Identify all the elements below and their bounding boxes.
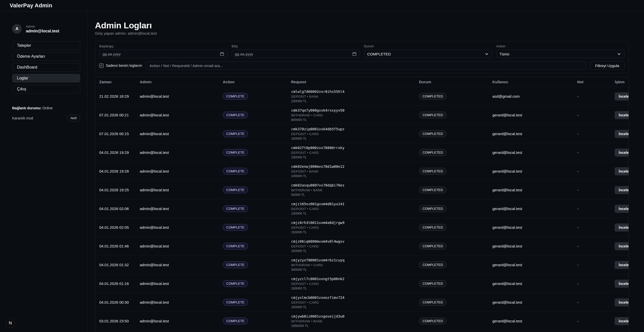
calendar-icon[interactable] <box>352 52 357 56</box>
table-row: 04.01.2026 01:46 admin@local.test COMPLE… <box>95 237 629 255</box>
incele-button[interactable]: İncele <box>615 92 629 100</box>
incele-button[interactable]: İncele <box>615 223 629 232</box>
request-meta: DEPOSIT • CARD <box>291 282 419 286</box>
start-date-value: gg.aa.yyyy <box>103 52 220 56</box>
column-header-not: Not <box>577 80 615 84</box>
incele-button[interactable]: İncele <box>615 242 629 250</box>
sidebar-item-dashboard[interactable]: DashBoard <box>12 63 80 72</box>
action-select[interactable]: Tümü <box>496 50 625 58</box>
action-badge: COMPLETE <box>223 299 248 306</box>
table-row: 07.01.2026 00:15 admin@local.test COMPLE… <box>95 124 629 143</box>
sidebar-item-loglar[interactable]: Loglar <box>12 74 80 82</box>
calendar-icon[interactable] <box>220 52 224 56</box>
row-user: gerard@local.test <box>492 113 577 117</box>
request-amount: 150000 TL <box>291 286 419 290</box>
row-time: 04.01.2026 01:16 <box>99 281 140 286</box>
table-row: 04.01.2026 01:32 admin@local.test COMPLE… <box>95 255 629 274</box>
status-badge: COMPLETED <box>419 130 447 137</box>
request-meta: WITHDRAW • BANK <box>291 319 419 323</box>
filter-field-end: Bitiş gg.aa.yyyy <box>232 44 360 58</box>
action-badge: COMPLETE <box>223 243 248 250</box>
row-note: - <box>577 206 615 211</box>
row-admin: admin@local.test <box>140 319 223 323</box>
request-amount: 150000 TL <box>291 212 419 215</box>
row-admin: admin@local.test <box>140 281 223 286</box>
table-row: 07.01.2026 00:21 admin@local.test COMPLE… <box>95 106 629 124</box>
sidebar-item--k-[interactable]: Çıkış <box>12 85 80 93</box>
table-row: 04.01.2026 02:06 admin@local.test COMPLE… <box>95 199 629 218</box>
only-mine-checkbox[interactable] <box>99 64 104 68</box>
incele-button[interactable]: İncele <box>615 149 629 157</box>
filter-field-status: Durum COMPLETED <box>364 44 492 58</box>
request-meta: WITHDRAW • CARD <box>291 113 419 117</box>
request-amount: 1550000 TL <box>291 324 419 328</box>
sidebar-item--deme-ayarlar-[interactable]: Ödeme Ayarları <box>12 52 80 61</box>
sidebar-item-talepler[interactable]: Talepler <box>12 41 80 50</box>
status-badge: COMPLETED <box>419 318 447 324</box>
row-time: 04.01.2026 19:25 <box>99 188 140 192</box>
profile-role: Admin <box>26 25 59 28</box>
row-note: - <box>577 263 615 267</box>
action-select-value: Tümü <box>499 52 617 56</box>
dark-mode-toggle-button[interactable]: Aktif <box>67 115 80 121</box>
row-note: - <box>577 94 615 98</box>
row-user: gerard@local.test <box>492 150 577 155</box>
status-badge: COMPLETED <box>419 186 447 193</box>
row-user: gerard@local.test <box>492 281 577 286</box>
status-badge: COMPLETED <box>419 149 447 156</box>
column-header-request: Request <box>291 80 419 84</box>
status-badge: COMPLETED <box>419 205 447 212</box>
row-user: gerard@local.test <box>492 263 577 267</box>
action-badge: COMPLETE <box>223 224 248 231</box>
status-select[interactable]: COMPLETED <box>364 50 492 58</box>
action-badge: COMPLETE <box>223 186 248 193</box>
row-note: - <box>577 225 615 230</box>
status-select-label: Durum <box>364 44 492 48</box>
incele-button[interactable]: İncele <box>615 167 629 175</box>
app-title: ValerPay Admin <box>10 2 52 9</box>
apply-filter-button[interactable]: Filtreyi Uygula <box>590 61 625 70</box>
request-amount: 150000 TL <box>291 155 419 159</box>
row-admin: admin@local.test <box>140 113 223 117</box>
profile-email: admin@local.test <box>26 29 59 33</box>
request-amount: 800000 TL <box>291 118 419 122</box>
action-badge: COMPLETE <box>223 261 248 268</box>
topbar: ValerPay Admin <box>0 0 644 11</box>
column-header-zaman: Zaman <box>99 80 140 84</box>
request-id: cmk02asqu0007vx78dqbi76es <box>291 183 419 187</box>
incele-button[interactable]: İncele <box>615 261 629 269</box>
row-user: gerard@local.test <box>492 225 577 230</box>
status-badge: COMPLETED <box>419 261 447 268</box>
request-id: cmjyzyxf80001vxm4rbz1cuyq <box>291 258 419 262</box>
incele-button[interactable]: İncele <box>615 280 629 288</box>
incele-button[interactable]: İncele <box>615 317 629 325</box>
start-date-input[interactable]: gg.aa.yyyy <box>99 50 228 58</box>
chevron-down-icon <box>617 52 621 56</box>
table-row: 21.02.2026 18:29 admin@local.test COMPLE… <box>95 87 629 106</box>
row-time: 04.01.2026 02:05 <box>99 225 140 230</box>
row-note: - <box>577 150 615 155</box>
end-date-input[interactable]: gg.aa.yyyy <box>232 50 360 58</box>
request-meta: DEPOSIT • BANK <box>291 95 419 98</box>
incele-button[interactable]: İncele <box>615 186 629 194</box>
row-admin: admin@local.test <box>140 188 223 192</box>
request-id: cmk378zip0001vxk4db5f5upz <box>291 127 419 131</box>
filter-card: Başlangıç gg.aa.yyyy <box>95 41 629 73</box>
incele-button[interactable]: İncele <box>615 298 629 306</box>
row-admin: admin@local.test <box>140 225 223 230</box>
status-badge: COMPLETED <box>419 224 447 231</box>
incele-button[interactable]: İncele <box>615 205 629 213</box>
nextjs-dev-badge[interactable]: N <box>6 318 15 328</box>
column-header-durum: Durum <box>419 80 492 84</box>
search-input[interactable] <box>146 61 586 70</box>
incele-button[interactable]: İncele <box>615 111 629 119</box>
incele-button[interactable]: İncele <box>615 130 629 138</box>
request-amount: 150000 TL <box>291 99 419 103</box>
status-badge: COMPLETED <box>419 299 447 306</box>
start-date-label: Başlangıç <box>99 44 228 48</box>
sidebar-profile: A Admin admin@local.test <box>12 24 80 34</box>
action-badge: COMPLETE <box>223 205 248 212</box>
request-amount: 50000 TL <box>291 193 419 197</box>
row-time: 04.01.2026 01:46 <box>99 244 140 248</box>
only-mine-filter[interactable]: Sadece benim loglarım <box>99 64 142 68</box>
